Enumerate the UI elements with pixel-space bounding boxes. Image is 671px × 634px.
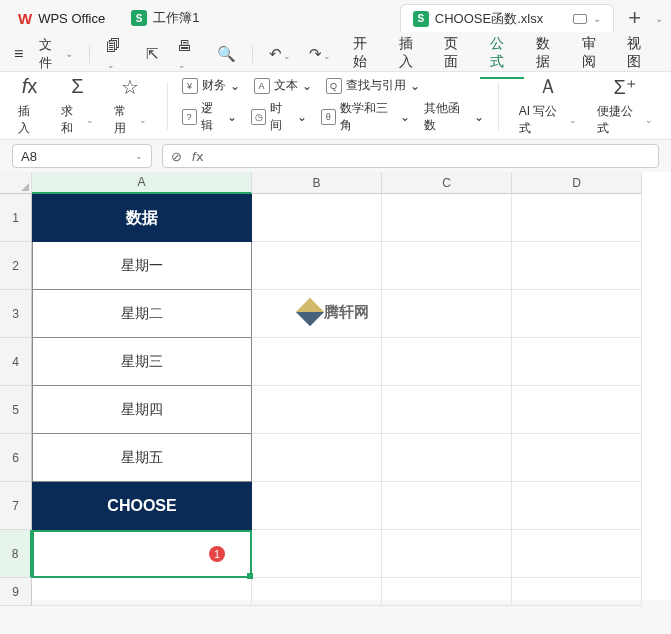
col-header-B[interactable]: B xyxy=(252,172,382,194)
ribbon-other[interactable]: 其他函数⌄ xyxy=(424,100,483,134)
new-tab-button[interactable]: + xyxy=(618,5,651,31)
cell-D4[interactable] xyxy=(512,338,642,386)
cell-C3[interactable] xyxy=(382,290,512,338)
separator xyxy=(252,45,253,63)
ribbon-finance[interactable]: ¥财务⌄ xyxy=(182,77,240,94)
save-icon[interactable]: 🗐 xyxy=(100,37,134,71)
ribbon-insert-fn[interactable]: fx 插入 xyxy=(12,71,47,141)
col-header-A[interactable]: A xyxy=(32,172,252,194)
menu-tab-page[interactable]: 页面 xyxy=(434,29,478,79)
fx-icon[interactable]: fⅹ xyxy=(192,149,204,164)
cell-D1[interactable] xyxy=(512,194,642,242)
cell-C8[interactable] xyxy=(382,530,512,578)
cell-B7[interactable] xyxy=(252,482,382,530)
cell-A3[interactable]: 星期二 xyxy=(32,290,252,338)
col-header-C[interactable]: C xyxy=(382,172,512,194)
cell-A8[interactable]: 1 xyxy=(32,530,252,578)
cell-D2[interactable] xyxy=(512,242,642,290)
cell-A2[interactable]: 星期一 xyxy=(32,242,252,290)
cell-C6[interactable] xyxy=(382,434,512,482)
ribbon-logic[interactable]: ?逻辑⌄ xyxy=(182,100,238,134)
ribbon-lookup[interactable]: Q查找与引用⌄ xyxy=(326,77,420,94)
menu-bar: ≡ 文件 ⌄ 🗐 ⇱ 🖶 🔍 ↶ ↷ 开始 插入 页面 公式 数据 审阅 视图 xyxy=(0,36,671,72)
row-3: 3 星期二 xyxy=(0,290,671,338)
sigma-plus-icon: Σ⁺ xyxy=(613,75,636,99)
export-icon[interactable]: ⇱ xyxy=(140,45,165,63)
formula-bar-row: A8 ⌄ ⊘ fⅹ xyxy=(0,140,671,172)
ribbon-time[interactable]: ◷时间⌄ xyxy=(251,100,307,134)
file-menu[interactable]: 文件 ⌄ xyxy=(33,36,79,72)
cell-A7[interactable]: CHOOSE xyxy=(32,482,252,530)
cancel-icon[interactable]: ⊘ xyxy=(171,149,182,164)
cell-D6[interactable] xyxy=(512,434,642,482)
cell-B6[interactable] xyxy=(252,434,382,482)
formula-bar[interactable]: ⊘ fⅹ xyxy=(162,144,659,168)
workbook-tab-1[interactable]: S 工作簿1 xyxy=(119,4,211,32)
col-header-D[interactable]: D xyxy=(512,172,642,194)
lookup-icon: Q xyxy=(326,78,342,94)
row-header[interactable]: 6 xyxy=(0,434,32,482)
name-box[interactable]: A8 ⌄ xyxy=(12,144,152,168)
cell-C7[interactable] xyxy=(382,482,512,530)
cell-B3[interactable] xyxy=(252,290,382,338)
cell-D8[interactable] xyxy=(512,530,642,578)
cell-D9[interactable] xyxy=(512,578,642,606)
finance-icon: ¥ xyxy=(182,78,198,94)
ribbon-quick[interactable]: Σ⁺ 便捷公式⌄ xyxy=(591,71,659,141)
ribbon-common[interactable]: ☆ 常用⌄ xyxy=(108,71,153,141)
row-6: 6 星期五 xyxy=(0,434,671,482)
row-header[interactable]: 8 xyxy=(0,530,32,578)
fx-icon: fx xyxy=(22,75,38,99)
chevron-down-icon[interactable]: ⌄ xyxy=(593,13,601,24)
cell-B2[interactable] xyxy=(252,242,382,290)
ribbon-label: 求和 xyxy=(61,103,84,137)
chevron-down-icon: ⌄ xyxy=(302,79,312,93)
cell-B5[interactable] xyxy=(252,386,382,434)
cell-B4[interactable] xyxy=(252,338,382,386)
cell-A1[interactable]: 数据 xyxy=(32,194,252,242)
select-all-corner[interactable] xyxy=(0,172,32,194)
cell-A5[interactable]: 星期四 xyxy=(32,386,252,434)
undo-icon[interactable]: ↶ xyxy=(263,45,297,63)
cell-C1[interactable] xyxy=(382,194,512,242)
chevron-down-icon[interactable]: ⌄ xyxy=(655,13,663,24)
spreadsheet-grid[interactable]: A B C D 1 数据 2 星期一 3 星期二 4 星期三 5 星期四 xyxy=(0,172,671,600)
chevron-down-icon: ⌄ xyxy=(65,48,73,59)
ribbon-sum[interactable]: Σ 求和⌄ xyxy=(55,71,100,141)
ribbon-ai[interactable]: Ａ AI 写公式⌄ xyxy=(513,71,583,141)
ribbon-label: 插入 xyxy=(18,103,41,137)
menu-tab-insert[interactable]: 插入 xyxy=(389,29,433,79)
cell-D5[interactable] xyxy=(512,386,642,434)
hamburger-icon[interactable]: ≡ xyxy=(10,45,27,63)
preview-icon[interactable]: 🔍 xyxy=(211,45,242,63)
cell-B1[interactable] xyxy=(252,194,382,242)
ribbon-text[interactable]: A文本⌄ xyxy=(254,77,312,94)
row-header[interactable]: 1 xyxy=(0,194,32,242)
row-header[interactable]: 5 xyxy=(0,386,32,434)
row-header[interactable]: 3 xyxy=(0,290,32,338)
row-header[interactable]: 7 xyxy=(0,482,32,530)
cell-C5[interactable] xyxy=(382,386,512,434)
cell-A4[interactable]: 星期三 xyxy=(32,338,252,386)
cell-B8[interactable] xyxy=(252,530,382,578)
print-icon[interactable]: 🖶 xyxy=(171,37,205,71)
chevron-down-icon: ⌄ xyxy=(400,110,410,124)
redo-icon[interactable]: ↷ xyxy=(303,45,337,63)
column-headers: A B C D xyxy=(0,172,671,194)
cell-A6[interactable]: 星期五 xyxy=(32,434,252,482)
row-4: 4 星期三 xyxy=(0,338,671,386)
row-header[interactable]: 9 xyxy=(0,578,32,606)
cell-C2[interactable] xyxy=(382,242,512,290)
wps-icon: W xyxy=(18,10,32,27)
window-icon[interactable] xyxy=(573,14,587,24)
row-header[interactable]: 2 xyxy=(0,242,32,290)
cell-D3[interactable] xyxy=(512,290,642,338)
menu-tab-start[interactable]: 开始 xyxy=(343,29,387,79)
cell-C9[interactable] xyxy=(382,578,512,606)
row-header[interactable]: 4 xyxy=(0,338,32,386)
cell-D7[interactable] xyxy=(512,482,642,530)
cell-A9[interactable] xyxy=(32,578,252,606)
cell-C4[interactable] xyxy=(382,338,512,386)
ribbon-math[interactable]: θ数学和三角⌄ xyxy=(321,100,411,134)
cell-B9[interactable] xyxy=(252,578,382,606)
